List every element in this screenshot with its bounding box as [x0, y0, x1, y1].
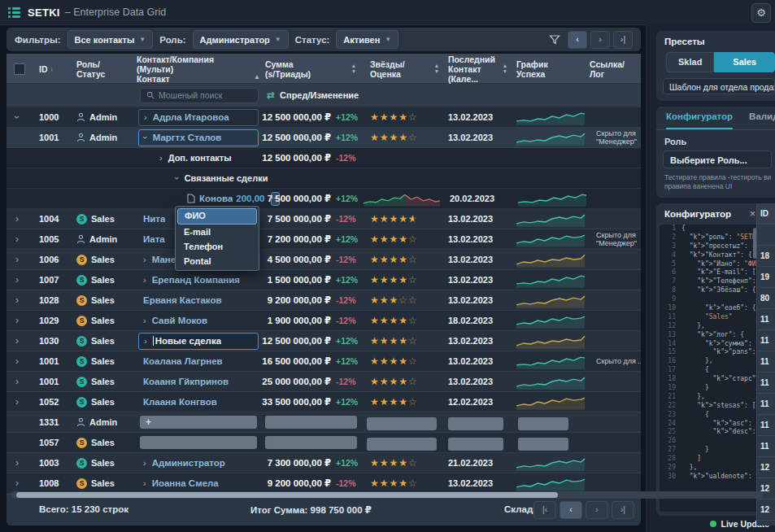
pager-button[interactable]: ‹: [559, 501, 582, 519]
expand-chevron-icon[interactable]: ›: [144, 336, 147, 346]
status-filter-dropdown[interactable]: Активен▼: [336, 30, 398, 49]
expand-chevron-icon[interactable]: ›: [7, 294, 19, 306]
column-header-last-contact[interactable]: Последний Контакт (Кале... ▲▼: [443, 54, 510, 83]
table-row[interactable]: ›1004SSalesНита7 500 000,00 ₽-12%★★★★★☆1…: [7, 209, 641, 229]
table-row[interactable]: ›1052SSalesКлааня Конгвов33 500 000,00 ₽…: [7, 392, 641, 412]
contact-cell[interactable]: ›Администратор: [137, 453, 260, 473]
stars-rating[interactable]: ★★★★☆: [362, 376, 443, 387]
stars-rating[interactable]: ★★★★★☆: [362, 213, 443, 225]
expand-chevron-icon[interactable]: ›: [143, 316, 146, 325]
table-row[interactable]: ›1006SSales›Мане4 500 000,00 ₽-12%★★★★☆1…: [7, 250, 641, 270]
expand-chevron-icon[interactable]: ›: [7, 213, 19, 225]
contact-value-box[interactable]: ›Ерепанд Компания: [138, 272, 259, 289]
contact-value-box[interactable]: ›Новые сделка: [138, 333, 259, 350]
collapse-chevron-icon[interactable]: ›: [11, 116, 23, 119]
table-row[interactable]: ›1030SSales›Новые сделка12 500 000,00 ₽+…: [7, 331, 641, 351]
expand-chevron-icon[interactable]: ›: [143, 255, 146, 264]
context-menu-item[interactable]: Pontal: [177, 254, 257, 268]
expand-chevron-icon[interactable]: ›: [7, 376, 19, 387]
column-header-role[interactable]: Роль/ Статус: [76, 54, 137, 83]
contact-cell[interactable]: ›Ерепанд Компания: [137, 270, 260, 290]
contact-cell[interactable]: +: [137, 412, 260, 432]
pager-button[interactable]: |‹: [533, 501, 556, 519]
stars-rating[interactable]: ★★★★☆: [362, 396, 443, 408]
contact-cell[interactable]: ›Маргтх Сталов: [137, 128, 260, 147]
contact-value-box[interactable]: ›Савй Моков: [138, 312, 259, 329]
contact-value-box[interactable]: Коааня Гйкпринов: [138, 373, 259, 390]
contact-cell[interactable]: Коалана Лагрнев: [137, 351, 260, 371]
filter-nav-button[interactable]: ›: [590, 31, 610, 49]
stars-rating[interactable]: ★★★★☆: [362, 355, 443, 367]
stars-rating[interactable]: ★★★★☆: [362, 254, 443, 265]
contact-value-box[interactable]: ›Иоанна Смела: [138, 475, 259, 492]
close-icon[interactable]: ×: [750, 208, 755, 220]
stars-rating[interactable]: ★★★★☆: [362, 111, 443, 123]
column-header-id[interactable]: ID ↓: [31, 54, 76, 83]
contact-cell[interactable]: ›Связанные сделки: [137, 168, 260, 188]
stars-rating[interactable]: ★★★★☆: [362, 233, 443, 245]
table-row[interactable]: ›1000Admin›Адрла Итаровоа12 500 000,00 ₽…: [7, 107, 641, 128]
stars-rating[interactable]: ★★★★☆: [362, 274, 443, 286]
contact-cell[interactable]: ›Савй Моков: [137, 311, 260, 330]
tab-валидат[interactable]: Валидат: [749, 111, 775, 129]
contact-value-box[interactable]: ›Маргтх Сталов: [138, 129, 259, 146]
collapse-chevron-icon[interactable]: ›: [172, 177, 182, 180]
add-icon[interactable]: +: [146, 416, 151, 428]
expand-chevron-icon[interactable]: ›: [144, 112, 147, 122]
stars-rating[interactable]: ★★★★☆: [362, 477, 443, 489]
contact-value-box[interactable]: ›Адрла Итаровоа: [138, 109, 259, 126]
horizontal-scrollbar[interactable]: [11, 491, 764, 499]
expand-chevron-icon[interactable]: ›: [7, 254, 19, 265]
contact-value-box[interactable]: Коалана Лагрнев: [138, 353, 259, 370]
contact-cell[interactable]: ›Адрла Итаровоа: [137, 107, 260, 127]
role-filter-dropdown[interactable]: Администратор▼: [193, 30, 289, 49]
contact-cell[interactable]: Клааня Конгвов: [137, 392, 260, 412]
filter-nav-button[interactable]: ‹: [568, 31, 587, 49]
contact-cell[interactable]: Коааня Гйкпринов: [137, 372, 260, 391]
table-row[interactable]: ›1029SSales›Савй Моков1 900 000,00 ₽-12%…: [7, 311, 641, 331]
table-row[interactable]: ›1007SSales›Ерепанд Компания1 500 000,00…: [7, 270, 641, 290]
expand-chevron-icon[interactable]: ›: [7, 335, 19, 347]
expand-chevron-icon[interactable]: ›: [7, 315, 19, 326]
column-header-chart[interactable]: График Успеха: [510, 54, 590, 83]
context-menu-item[interactable]: Телефон: [177, 239, 257, 254]
contact-cell[interactable]: Ерваня Кастаков: [137, 290, 260, 310]
select-all-checkbox[interactable]: [14, 63, 25, 75]
contact-value-box[interactable]: Клааня Конгвов: [138, 394, 259, 411]
expand-chevron-icon[interactable]: ›: [143, 458, 146, 468]
collapse-chevron-icon[interactable]: ›: [141, 136, 150, 139]
column-header-sum[interactable]: Сумма (s/Триады) ▲▼: [260, 54, 362, 83]
settings-gear-icon[interactable]: ⚙: [751, 3, 771, 23]
spread-toggle[interactable]: ⇄ Спред/Изменение: [267, 89, 359, 101]
expand-chevron-icon[interactable]: ›: [143, 478, 146, 488]
expand-chevron-icon[interactable]: ›: [7, 274, 19, 286]
preset-button[interactable]: Sklad: [666, 52, 714, 72]
expand-chevron-icon[interactable]: ›: [159, 153, 163, 163]
contact-value-box[interactable]: Ерваня Кастаков: [138, 292, 259, 309]
contact-value-box[interactable]: ›Администратор: [138, 455, 259, 472]
expand-chevron-icon[interactable]: ›: [7, 457, 19, 469]
context-menu-item[interactable]: E-mail: [177, 225, 257, 239]
contact-cell[interactable]: ›Доп. контакты: [137, 148, 260, 168]
expand-chevron-icon[interactable]: ›: [7, 355, 19, 367]
contacts-filter-dropdown[interactable]: Все контакты▼: [67, 30, 154, 49]
table-row[interactable]: ›Связанные сделки: [7, 168, 641, 189]
stars-rating[interactable]: ★★★★☆: [362, 132, 443, 143]
role-select[interactable]: Выберите Роль...: [663, 150, 772, 168]
column-header-contact[interactable]: Контакт/Компания (Мульти) Контакт ▲: [137, 54, 260, 83]
table-row[interactable]: 1057SSales: [7, 433, 641, 453]
stars-rating[interactable]: ★★★☆☆: [362, 294, 443, 306]
expand-chevron-icon[interactable]: ›: [7, 477, 19, 489]
table-row[interactable]: ›1001SSalesКоааня Гйкпринов25 000 000,00…: [7, 372, 641, 392]
table-row[interactable]: ›1001SSalesКоалана Лагрнев16 500 000,00 …: [7, 351, 641, 372]
scrollbar-thumb[interactable]: [16, 492, 558, 498]
filter-funnel-icon[interactable]: [548, 33, 561, 46]
template-input[interactable]: Шаблон для отдела продаж: [663, 78, 775, 94]
table-row[interactable]: ›Доп. контакты12 500 000,00 ₽-12%: [7, 148, 641, 168]
expand-chevron-icon[interactable]: ›: [7, 233, 19, 245]
contact-cell[interactable]: [137, 433, 260, 452]
doc-link[interactable]: Конова200,00: [187, 194, 265, 203]
table-row[interactable]: ›1005AdminИата7 200 000,00 ₽+12%★★★★☆13.…: [7, 229, 641, 250]
table-row[interactable]: ›1028SSalesЕрваня Кастаков9 200 000,00 ₽…: [7, 290, 641, 311]
table-row[interactable]: ›1003SSales›Администратор7 300 000,00 ₽+…: [7, 453, 641, 473]
